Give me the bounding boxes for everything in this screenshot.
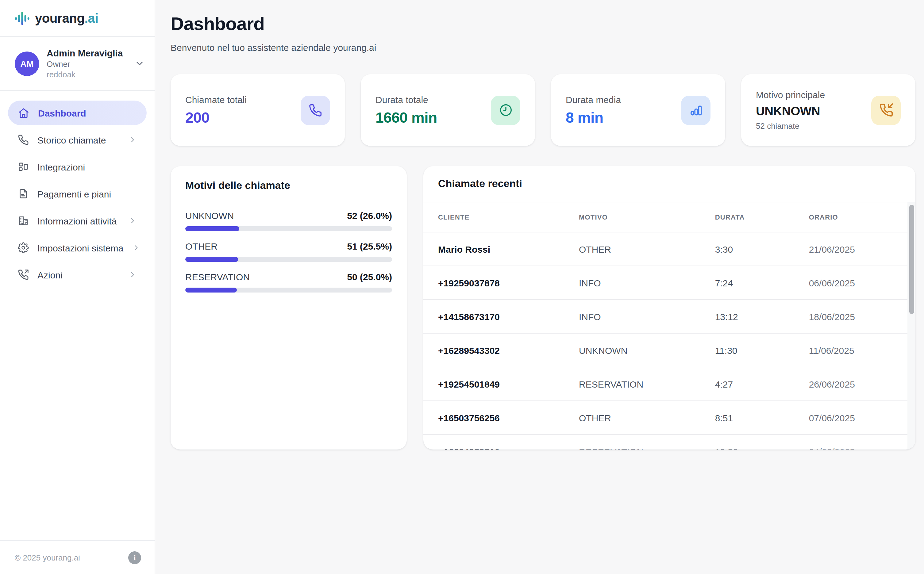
sidebar-item-storico-chiamate[interactable]: Storico chiamate xyxy=(8,128,147,152)
cell-cliente: +16289543302 xyxy=(438,345,579,355)
table-row[interactable]: +19254501849 RESERVATION 4:27 26/06/2025 xyxy=(423,367,907,401)
reason-label: RESERVATION xyxy=(185,272,250,282)
stat-card-motivo-principale: Motivo principale UNKNOWN 52 chiamate xyxy=(741,74,915,146)
stat-label: Durata totale xyxy=(376,94,437,104)
cell-motivo: UNKNOWN xyxy=(579,345,715,355)
user-role: Owner xyxy=(47,59,123,69)
sidebar-item-label: Dashboard xyxy=(38,108,86,118)
sidebar-item-impostazioni-sistema[interactable]: Impostazioni sistema xyxy=(8,235,147,260)
cell-durata: 3:30 xyxy=(715,244,809,254)
cell-orario: 18/06/2025 xyxy=(809,311,907,322)
sidebar-item-label: Informazioni attività xyxy=(38,216,117,226)
brand-logo[interactable]: yourang.ai xyxy=(0,0,155,37)
app-window: yourang.ai AM Admin Meraviglia Owner red… xyxy=(0,0,924,574)
phone-incoming-icon xyxy=(871,95,901,125)
cell-durata: 7:24 xyxy=(715,278,809,288)
cell-motivo: OTHER xyxy=(579,244,715,254)
stat-card-durata-totale: Durata totale 1660 min xyxy=(361,74,535,146)
stat-value: 200 xyxy=(185,109,246,126)
cell-durata: 4:27 xyxy=(715,379,809,389)
info-icon[interactable]: i xyxy=(128,551,141,564)
table-row[interactable]: +16694953710 RESERVATION 13:52 24/06/202… xyxy=(423,435,907,449)
table-row[interactable]: +16503756256 OTHER 8:51 07/06/2025 xyxy=(423,401,907,435)
stat-value: 8 min xyxy=(566,109,621,126)
progress-bar xyxy=(185,226,392,231)
cell-cliente: Mario Rossi xyxy=(438,244,579,254)
sidebar-item-pagamenti-e-piani[interactable]: Pagamenti e piani xyxy=(8,181,147,206)
sidebar-item-azioni[interactable]: Azioni xyxy=(8,262,147,287)
cell-cliente: +16694953710 xyxy=(438,446,579,449)
sidebar-item-dashboard[interactable]: Dashboard xyxy=(8,101,147,125)
stat-card-durata-media: Durata media 8 min xyxy=(551,74,725,146)
stat-label: Durata media xyxy=(566,94,621,104)
table-header-row: CLIENTE MOTIVO DURATA ORARIO xyxy=(423,202,907,232)
column-header: ORARIO xyxy=(809,213,907,221)
cell-durata: 11:30 xyxy=(715,345,809,355)
scrollbar-thumb[interactable] xyxy=(909,205,914,314)
recent-calls-table: CLIENTE MOTIVO DURATA ORARIO Mario Rossi… xyxy=(423,202,915,449)
cell-orario: 24/06/2025 xyxy=(809,446,907,449)
column-header: DURATA xyxy=(715,213,809,221)
progress-bar xyxy=(185,257,392,262)
user-info: Admin Meraviglia Owner reddoak xyxy=(47,47,123,80)
cell-durata: 13:12 xyxy=(715,311,809,322)
cell-orario: 26/06/2025 xyxy=(809,379,907,389)
stats-row: Chiamate totali 200 Durata totale 1660 m… xyxy=(171,74,915,146)
page-title: Dashboard xyxy=(171,14,915,34)
home-icon xyxy=(18,107,30,119)
sidebar-item-informazioni-attivita[interactable]: Informazioni attività xyxy=(8,208,147,233)
sidebar-nav: Dashboard Storico chiamate Integrazioni xyxy=(0,91,155,540)
table-row[interactable]: +16289543302 UNKNOWN 11:30 11/06/2025 xyxy=(423,334,907,367)
reason-value: 50 (25.0%) xyxy=(347,272,392,282)
reason-label: UNKNOWN xyxy=(185,210,234,221)
reason-item: OTHER 51 (25.5%) xyxy=(185,241,392,262)
cell-cliente: +19259037878 xyxy=(438,278,579,288)
cell-motivo: RESERVATION xyxy=(579,446,715,449)
sidebar-item-label: Pagamenti e piani xyxy=(38,189,111,199)
stat-subtext: 52 chiamate xyxy=(756,121,825,131)
progress-fill xyxy=(185,226,239,231)
brand-name: yourang.ai xyxy=(35,11,98,25)
sidebar-item-label: Azioni xyxy=(38,270,63,280)
user-card[interactable]: AM Admin Meraviglia Owner reddoak xyxy=(0,37,155,91)
cell-cliente: +14158673170 xyxy=(438,311,579,322)
reason-value: 52 (26.0%) xyxy=(347,210,392,221)
card-title: Chiamate recenti xyxy=(438,178,522,190)
cell-cliente: +19254501849 xyxy=(438,379,579,389)
table-body: Mario Rossi OTHER 3:30 21/06/2025 +19259… xyxy=(423,232,907,449)
table-row[interactable]: +14158673170 INFO 13:12 18/06/2025 xyxy=(423,300,907,334)
brand-suffix: .ai xyxy=(85,11,98,25)
column-header: CLIENTE xyxy=(438,213,579,221)
table-scrollbar[interactable] xyxy=(907,202,915,449)
table-row[interactable]: Mario Rossi OTHER 3:30 21/06/2025 xyxy=(423,232,907,266)
stat-value: UNKNOWN xyxy=(756,104,825,118)
cell-orario: 06/06/2025 xyxy=(809,278,907,288)
progress-fill xyxy=(185,288,237,293)
reason-value: 51 (25.5%) xyxy=(347,241,392,251)
phone-icon xyxy=(18,134,29,145)
chevron-down-icon[interactable] xyxy=(134,58,145,69)
chevron-right-icon xyxy=(128,136,137,144)
lower-row: Motivi delle chiamate UNKNOWN 52 (26.0%)… xyxy=(171,166,915,449)
cell-durata: 13:52 xyxy=(715,446,809,449)
sidebar-item-integrazioni[interactable]: Integrazioni xyxy=(8,155,147,179)
waveform-logo-icon xyxy=(15,11,30,25)
column-header: MOTIVO xyxy=(579,213,715,221)
phone-outgoing-icon xyxy=(18,269,29,280)
progress-bar xyxy=(185,288,392,293)
user-org: reddoak xyxy=(47,69,123,80)
progress-fill xyxy=(185,257,238,262)
cell-orario: 21/06/2025 xyxy=(809,244,907,254)
reason-item: UNKNOWN 52 (26.0%) xyxy=(185,210,392,231)
table-row[interactable]: +19259037878 INFO 7:24 06/06/2025 xyxy=(423,266,907,300)
sidebar-item-label: Storico chiamate xyxy=(38,135,106,145)
call-reasons-card: Motivi delle chiamate UNKNOWN 52 (26.0%)… xyxy=(171,166,407,449)
chevron-right-icon xyxy=(128,270,137,279)
avatar: AM xyxy=(15,51,39,76)
cell-orario: 11/06/2025 xyxy=(809,345,907,355)
gear-icon xyxy=(18,242,29,253)
copyright: © 2025 yourang.ai xyxy=(15,553,80,562)
page-subtitle: Benvenuto nel tuo assistente aziendale y… xyxy=(171,42,915,53)
clock-icon xyxy=(491,95,520,125)
bar-chart-icon xyxy=(681,95,711,125)
